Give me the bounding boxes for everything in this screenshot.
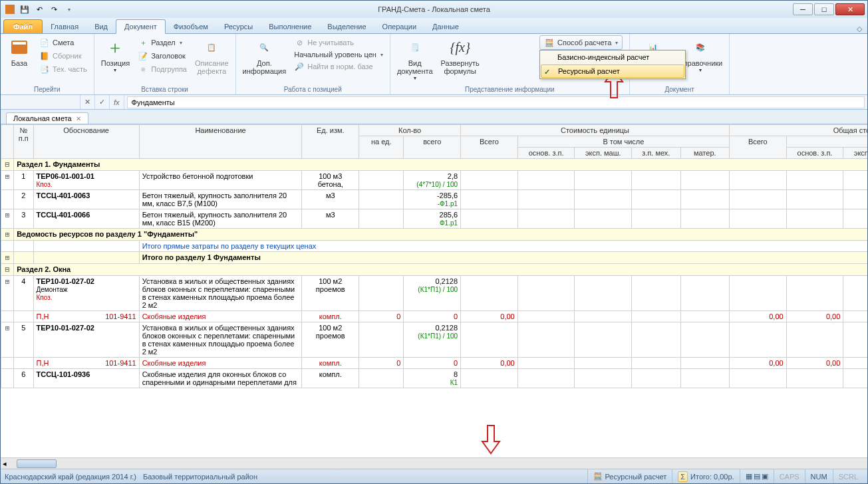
grid[interactable]: № п.п Обоснование Наименование Ед. изм. … (1, 124, 867, 457)
save-icon[interactable]: 💾 (18, 3, 31, 16)
opisanie-defekta-button: 📋Описание дефекта (192, 35, 231, 76)
group-dokument: Документ (634, 84, 725, 94)
tehchast-button: 📑Тех. часть (37, 63, 90, 75)
table-row[interactable]: ⊞1 ТЕР06-01-001-01Кпоз. Устройство бетон… (1, 171, 868, 190)
sheet-close-icon[interactable]: ✕ (76, 115, 81, 122)
tab-operacii[interactable]: Операции (374, 20, 424, 33)
tab-vydelenie[interactable]: Выделение (319, 20, 374, 33)
status-caps: CAPS (774, 469, 805, 483)
itogo-razdel-row[interactable]: ⊞Итого по разделу 1 Фундаменты (1, 252, 868, 264)
tab-dokument[interactable]: Документ (116, 19, 166, 34)
group-predstavlenie: Представление информации (394, 84, 625, 94)
annotation-arrow-down (480, 423, 502, 456)
table-row[interactable]: П,Н 101-9411 Скобяные изделиякомпл. 00 0… (1, 358, 868, 369)
razdel-button[interactable]: ＋Раздел (135, 37, 190, 49)
close-button[interactable]: ✕ (835, 3, 865, 15)
smeta-button[interactable]: 📄Смета (37, 37, 90, 49)
calc-option-bazisno[interactable]: Базисно-индексный расчет (540, 51, 685, 64)
neuchityvat-button: ⊘Не учитывать (291, 37, 386, 49)
ribbon-help-icon[interactable]: ◇ (851, 25, 867, 33)
check-icon: ✓ (544, 68, 550, 76)
horizontal-scrollbar[interactable]: ◂ (1, 457, 867, 469)
group-vstavka: Вставка строки (98, 84, 231, 94)
app-icon[interactable] (3, 3, 17, 16)
table-row[interactable]: ⊞3ТССЦ-401-0066 Бетон тяжелый, крупность… (1, 209, 868, 229)
status-num: NUM (805, 469, 833, 483)
svg-rect-0 (5, 5, 15, 14)
formula-input[interactable] (127, 96, 865, 108)
status-itogo: Итого: 0,00р. (690, 473, 734, 481)
group-perejti: Перейти (5, 84, 90, 94)
sposob-rascheta-button[interactable]: 🧮Способ расчета (539, 35, 623, 50)
statusbar: Краснодарский край (редакция 2014 г.) Ба… (1, 469, 867, 483)
redo-icon[interactable]: ↷ (47, 3, 61, 16)
fx-icon[interactable]: fx (110, 95, 124, 109)
cancel-icon[interactable]: ✕ (80, 95, 95, 109)
table-row[interactable]: ⊞5ТЕР10-01-027-02 Установка в жилых и об… (1, 322, 868, 358)
sbornik-button: 📙Сборник (37, 50, 90, 62)
col-num[interactable]: № п.п (14, 125, 33, 159)
pozicia-button[interactable]: ＋Позиция▾ (98, 35, 133, 74)
table-row[interactable]: 2ТССЦ-401-0063 Бетон тяжелый, крупность … (1, 190, 868, 209)
svg-rect-2 (13, 42, 26, 45)
vedomost-row[interactable]: ⊞Ведомость ресурсов по разделу 1 "Фундам… (1, 229, 868, 241)
nachurocen-button[interactable]: Начальный уровень цен (291, 50, 386, 59)
ribbon-tabs: Файл Главная Вид Документ Физобъем Ресур… (1, 18, 867, 34)
tab-vid[interactable]: Вид (86, 20, 116, 33)
sheet-tabs: Локальная смета✕ (1, 110, 867, 124)
status-base: Базовый территориальный район (143, 473, 257, 481)
quick-access-toolbar: 💾 ↶ ↷ (3, 3, 75, 16)
status-region: Краснодарский край (редакция 2014 г.) (5, 473, 136, 481)
titlebar: 💾 ↶ ↷ ГРАНД-Смета - Локальная смета ─ □ … (1, 1, 867, 18)
tab-dannye[interactable]: Данные (424, 20, 467, 33)
table-row[interactable]: ⊞4 ТЕР10-01-027-02ДемонтажКпоз. Установк… (1, 276, 868, 311)
col-naimenovanie[interactable]: Наименование (139, 125, 302, 159)
ribbon: База 📄Смета 📙Сборник 📑Тех. часть Перейти… (1, 34, 867, 95)
qat-customize-icon[interactable] (62, 3, 75, 16)
status-sum-button[interactable]: Σ (678, 471, 688, 482)
status-calc-mode[interactable]: 🧮Ресурсный расчет (587, 469, 672, 483)
sheet-tab-lokalnaya[interactable]: Локальная смета✕ (6, 112, 88, 124)
window-title: ГРАНД-Смета - Локальная смета (378, 5, 490, 13)
accept-icon[interactable]: ✓ (95, 95, 110, 109)
col-stoimed[interactable]: Стоимость единицы (461, 125, 730, 136)
group-rabota: Работа с позицией (240, 84, 386, 94)
col-obosnovanie[interactable]: Обоснование (33, 125, 139, 159)
zagolovok-button[interactable]: 📝Заголовок (135, 50, 190, 62)
itogo-row[interactable]: Итого прямые затраты по разделу в текущи… (1, 241, 868, 252)
tab-resursy[interactable]: Ресурсы (216, 20, 261, 33)
col-kolvo[interactable]: Кол-во (359, 125, 461, 136)
tab-glavnaya[interactable]: Главная (43, 20, 86, 33)
table-row[interactable]: П,Н 101-9411 Скобяные изделиякомпл. 00 0… (1, 311, 868, 322)
tab-fizobem[interactable]: Физобъем (166, 20, 216, 33)
sposob-rascheta-menu: Базисно-индексный расчет ✓Ресурсный расч… (539, 50, 686, 79)
minimize-button[interactable]: ─ (793, 3, 813, 15)
podgruppa-button: ≡Подгруппа (135, 63, 190, 75)
razvernut-formuly-button[interactable]: {fx}Развернуть формулы (438, 35, 482, 76)
undo-icon[interactable]: ↶ (33, 3, 46, 16)
section-2-header[interactable]: ⊟Раздел 2. Окна (1, 264, 868, 276)
formula-bar: ✕ ✓ fx (1, 95, 867, 110)
col-obshaya[interactable]: Общая стоимость (729, 125, 867, 136)
maximize-button[interactable]: □ (814, 3, 834, 15)
calc-option-resursny[interactable]: ✓Ресурсный расчет (541, 64, 684, 78)
section-1-header[interactable]: ⊟Раздел 1. Фундаменты (1, 159, 868, 171)
name-box[interactable] (1, 95, 80, 109)
tab-vypolnenie[interactable]: Выполнение (261, 20, 319, 33)
table-row[interactable]: 6ТССЦ-101-0936 Скобяные изделия для окон… (1, 369, 868, 388)
status-scrl: SCRL (833, 469, 863, 483)
dopinfo-button[interactable]: 🔍Доп. информация (240, 35, 289, 76)
col-edizm[interactable]: Ед. изм. (302, 125, 359, 159)
file-tab[interactable]: Файл (3, 19, 43, 33)
vid-dokumenta-button[interactable]: 🗒️Вид документа▾ (394, 35, 436, 82)
status-view-buttons[interactable]: ▦▤▣ (740, 469, 774, 483)
najti-button: 🔎Найти в норм. базе (291, 60, 386, 72)
baza-button[interactable]: База (5, 35, 34, 68)
